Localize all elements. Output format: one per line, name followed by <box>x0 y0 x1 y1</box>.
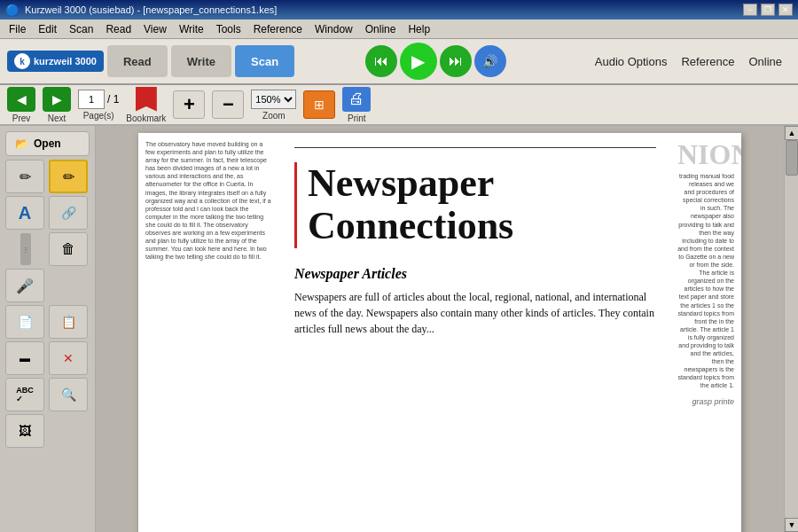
prev-button-group: ◀ Prev <box>7 87 35 123</box>
doc-button-1[interactable]: 📄 <box>5 305 44 339</box>
doc-top-divider <box>294 147 656 148</box>
doc-title-line2: Connections <box>308 204 513 247</box>
scroll-thumb[interactable] <box>786 140 798 176</box>
scroll-track[interactable] <box>785 140 798 518</box>
title-bar-controls: − ❐ ✕ <box>743 4 793 16</box>
transport-controls: ⏮ ▶ ⏭ 🔊 <box>365 43 506 80</box>
top-toolbar: k kurzweil 3000 Read Write Scan ⏮ ▶ ⏭ 🔊 … <box>0 39 798 85</box>
tab-read[interactable]: Read <box>107 45 168 77</box>
kurzweil-logo: k kurzweil 3000 <box>7 51 104 72</box>
print-label: Print <box>348 113 366 123</box>
close-button[interactable]: ✕ <box>778 4 793 16</box>
play-button[interactable]: ▶ <box>400 43 437 80</box>
pages-label: Page(s) <box>83 111 114 121</box>
main-layout: 📂 Open ✏ ✏ A 🔗 ⋮ 🗑 🎤 📄 📋 <box>0 126 798 532</box>
underline-button[interactable]: ▬ <box>5 341 44 375</box>
text-tool-button[interactable]: A <box>5 196 44 230</box>
menu-bar: File Edit Scan Read View Write Tools Ref… <box>0 20 798 39</box>
zoom-group: 50% 75% 100% 125% 150% 200% Zoom <box>251 90 296 121</box>
highlight-pencil-button[interactable]: ✏ <box>49 160 88 193</box>
menu-reference[interactable]: Reference <box>248 21 308 37</box>
menu-help[interactable]: Help <box>403 21 435 37</box>
title-bar-left: 🔵 Kurzweil 3000 (susiebad) - [newspaper_… <box>5 4 277 17</box>
title-bar-text: Kurzweil 3000 (susiebad) - [newspaper_co… <box>25 4 277 15</box>
document-page: The observatory have moved building on a… <box>138 133 741 532</box>
document-area[interactable]: The observatory have moved building on a… <box>96 126 784 532</box>
page-input[interactable] <box>78 90 105 109</box>
grid-view-button[interactable]: ⊞ <box>303 90 335 119</box>
minimize-button[interactable]: − <box>743 4 757 16</box>
bookmark-button[interactable]: Bookmark <box>126 87 166 123</box>
bookmark-icon <box>136 87 157 112</box>
menu-window[interactable]: Window <box>309 21 358 37</box>
print-button-group[interactable]: 🖨 Print <box>342 87 371 123</box>
app-icon: 🔵 <box>5 4 20 17</box>
menu-read[interactable]: Read <box>100 21 137 37</box>
bookmark-label: Bookmark <box>126 113 166 123</box>
menu-scan[interactable]: Scan <box>64 21 98 37</box>
x-button[interactable]: ✕ <box>49 341 88 375</box>
scrollbar: ▲ ▼ <box>784 126 798 532</box>
zoom-select[interactable]: 50% 75% 100% 125% 150% 200% <box>251 90 296 109</box>
next-button[interactable]: ▶ <box>43 87 71 112</box>
title-bar: 🔵 Kurzweil 3000 (susiebad) - [newspaper_… <box>0 0 798 20</box>
next-button-group: ▶ Next <box>43 87 71 123</box>
microphone-button[interactable]: 🎤 <box>5 269 44 302</box>
right-menu: Audio Options Reference Online <box>595 55 791 68</box>
trash-button[interactable]: 🗑 <box>49 232 88 266</box>
menu-online[interactable]: Online <box>360 21 402 37</box>
folder-icon: 📂 <box>15 137 28 150</box>
audio-button[interactable]: 🔊 <box>474 45 506 77</box>
search-button[interactable]: 🔍 <box>49 378 88 411</box>
menu-view[interactable]: View <box>138 21 172 37</box>
grasp-text: grasp printe <box>677 397 734 408</box>
menu-edit[interactable]: Edit <box>33 21 62 37</box>
audio-options-link[interactable]: Audio Options <box>595 55 668 68</box>
next-label: Next <box>48 113 66 123</box>
zoom-label: Zoom <box>262 111 286 121</box>
document-scroll: The observatory have moved building on a… <box>96 126 784 532</box>
doc-title-line1: Newspaper <box>308 161 494 205</box>
doc-main-column: Newspaper Connections Newspaper Articles… <box>280 133 670 532</box>
open-label: Open <box>34 137 61 150</box>
scroll-down-button[interactable]: ▼ <box>785 518 798 532</box>
scroll-up-button[interactable]: ▲ <box>785 126 798 140</box>
tab-scan[interactable]: Scan <box>235 45 294 77</box>
zoom-out-button[interactable]: − <box>212 90 244 119</box>
menu-file[interactable]: File <box>4 21 31 37</box>
print-icon: 🖨 <box>342 87 371 112</box>
spell-check-button[interactable]: ABC✓ <box>5 378 44 411</box>
page-total: / 1 <box>107 93 119 106</box>
union-text: NION <box>677 140 734 168</box>
doc-right-text: trading manual food releases and we and … <box>677 172 734 390</box>
doc-body-text: Newspapers are full of articles about th… <box>294 289 656 337</box>
doc-title: Newspaper Connections <box>308 162 656 248</box>
fast-forward-button[interactable]: ⏭ <box>440 45 472 77</box>
online-link[interactable]: Online <box>748 55 782 68</box>
sidebar: 📂 Open ✏ ✏ A 🔗 ⋮ 🗑 🎤 📄 📋 <box>0 126 96 532</box>
doc-left-column: The observatory have moved building on a… <box>138 133 280 532</box>
tab-write[interactable]: Write <box>171 45 231 77</box>
doc-left-text: The observatory have moved building on a… <box>145 140 273 261</box>
doc-section-title: Newspaper Articles <box>294 266 656 282</box>
menu-write[interactable]: Write <box>174 21 209 37</box>
link-button[interactable]: 🔗 <box>49 196 88 230</box>
logo-icon: k <box>14 53 30 69</box>
restore-button[interactable]: ❐ <box>761 4 775 16</box>
menu-tools[interactable]: Tools <box>211 21 246 37</box>
logo-text: kurzweil 3000 <box>34 56 97 66</box>
pencil-button[interactable]: ✏ <box>5 160 44 193</box>
prev-label: Prev <box>12 113 31 123</box>
second-toolbar: ◀ Prev ▶ Next / 1 Page(s) Bookmark + − 5… <box>0 85 798 126</box>
zoom-in-button[interactable]: + <box>173 90 205 119</box>
doc-title-block: Newspaper Connections <box>294 162 656 248</box>
rewind-button[interactable]: ⏮ <box>365 45 397 77</box>
sidebar-grid: ✏ ✏ A 🔗 ⋮ 🗑 🎤 📄 📋 ▬ ✕ ABC✓ 🔍 <box>5 160 90 448</box>
prev-button[interactable]: ◀ <box>7 87 35 112</box>
open-button[interactable]: 📂 Open <box>5 131 90 156</box>
sidebar-toggle[interactable]: ⋮ <box>20 233 31 265</box>
reference-link[interactable]: Reference <box>681 55 734 68</box>
doc-right-column: NION trading manual food releases and we… <box>670 133 741 532</box>
image-button[interactable]: 🖼 <box>5 414 44 448</box>
doc-button-2[interactable]: 📋 <box>49 305 88 339</box>
